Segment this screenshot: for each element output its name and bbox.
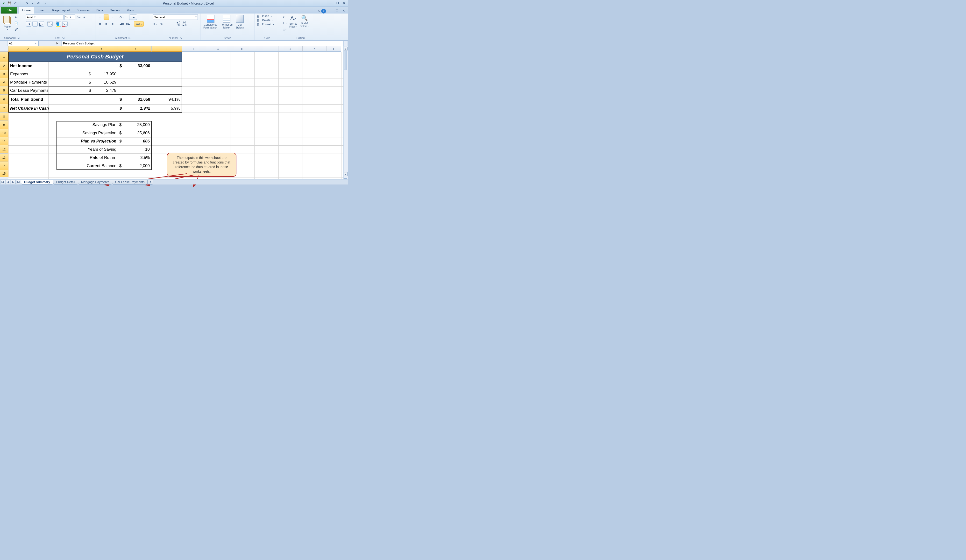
borders-button[interactable]: ▼ (47, 21, 53, 26)
cell-e2[interactable] (152, 62, 182, 70)
row-header-1[interactable]: 1 (0, 52, 8, 62)
cell-d4[interactable] (118, 78, 152, 87)
sheet-nav-next[interactable]: ▶ (11, 180, 16, 184)
clipboard-launcher[interactable]: ↘ (17, 37, 20, 39)
fill-button[interactable]: ⬇▼ (282, 21, 288, 26)
align-bottom-icon[interactable]: ≡ (110, 15, 115, 20)
conditional-formatting-button[interactable]: ConditionalFormatting▼ (202, 15, 219, 30)
label-plan-vs-projection[interactable]: Plan vs Projection (57, 137, 118, 145)
wb-close-button[interactable]: ✕ (341, 9, 346, 13)
paste-button[interactable]: Paste ▼ (2, 15, 13, 31)
fill-color-button[interactable]: 🪣▼ (56, 21, 61, 26)
undo-icon[interactable]: ↶ (13, 1, 18, 6)
fx-icon[interactable]: fx (54, 42, 61, 45)
col-header-E[interactable]: E (152, 46, 182, 52)
orientation-icon[interactable]: ⟳▼ (119, 15, 124, 20)
font-name-dropdown[interactable]: Arial▼ (26, 15, 64, 20)
col-header-C[interactable]: C (87, 46, 118, 52)
row-header-2[interactable]: 2 (0, 62, 8, 70)
worksheet-grid[interactable]: ABCDEFGHIJKL 123456789101112131415 Perso… (0, 46, 348, 184)
clear-button[interactable]: ◇▼ (282, 26, 288, 32)
label-net-change[interactable]: Net Change in Cash (8, 104, 87, 113)
expand-formula-bar[interactable]: ⌄ (343, 41, 348, 46)
scroll-down-button[interactable]: ▼ (344, 172, 348, 176)
minimize-ribbon-icon[interactable]: ᐱ (318, 10, 320, 13)
alignment-launcher[interactable]: ↘ (128, 37, 131, 39)
cell-c5[interactable]: $2,479 (87, 87, 118, 95)
delete-cells-button[interactable]: ▦Delete▼ (257, 19, 278, 22)
row-header-13[interactable]: 13 (0, 154, 8, 162)
row-header-7[interactable]: 7 (0, 104, 8, 113)
font-size-dropdown[interactable]: 14▼ (64, 15, 75, 20)
row-header-9[interactable]: 9 (0, 121, 8, 129)
cell-d3[interactable] (118, 70, 152, 78)
increase-indent-icon[interactable]: ≡▶ (125, 21, 131, 26)
redo-drop-icon[interactable]: ▼ (30, 1, 35, 6)
label-mortgage[interactable]: Mortgage Payments (8, 78, 87, 87)
cell-c3[interactable]: $17,950 (87, 70, 118, 78)
font-color-button[interactable]: A▼ (62, 21, 67, 26)
row-header-14[interactable]: 14 (0, 162, 8, 170)
wb-minimize-button[interactable]: — (327, 9, 333, 13)
scroll-up-button[interactable]: ▲ (344, 47, 348, 51)
sheet-tab-budget-detail[interactable]: Budget Detail (53, 180, 78, 184)
cell-d10[interactable]: $25,606 (118, 129, 151, 137)
row-header-6[interactable]: 6 (0, 95, 8, 104)
col-header-L[interactable]: L (327, 46, 341, 52)
align-center-icon[interactable]: ≡ (104, 21, 109, 26)
sheet-nav-last[interactable]: ▶I (16, 180, 21, 184)
label-savings-projection[interactable]: Savings Projection (57, 129, 118, 137)
restore-button[interactable]: ❐ (335, 2, 340, 5)
format-cells-button[interactable]: ▦Format▼ (257, 23, 278, 26)
insert-cells-button[interactable]: ▦Insert▼ (257, 15, 278, 18)
cell-e5[interactable] (152, 87, 182, 95)
find-select-button[interactable]: 🔍 Find &Select▼ (299, 15, 310, 28)
customize-qat-icon[interactable]: ▼ (43, 1, 49, 6)
font-launcher[interactable]: ↘ (62, 37, 64, 39)
italic-button[interactable]: I (32, 21, 38, 26)
select-all-corner[interactable] (0, 46, 8, 52)
tab-file[interactable]: File (1, 7, 17, 13)
col-header-A[interactable]: A (8, 46, 48, 52)
save-icon[interactable]: 💾 (7, 1, 12, 6)
decrease-decimal-button[interactable]: .00▶.0 (182, 21, 187, 26)
sheet-tab-car-lease-payments[interactable]: Car Lease Payments (112, 180, 148, 184)
cell-d5[interactable] (118, 87, 152, 95)
cell-d12[interactable]: 10 (118, 145, 151, 154)
insert-sheet-button[interactable]: ✦ (147, 180, 153, 184)
label-net-income[interactable]: Net Income (8, 62, 87, 70)
split-handle-v[interactable] (344, 178, 347, 179)
merge-center-button[interactable]: ⬌a▼ (134, 21, 144, 26)
cell-d7[interactable]: $1,942 (118, 104, 152, 113)
tab-page-layout[interactable]: Page Layout (49, 7, 73, 13)
vscroll-thumb[interactable] (344, 51, 347, 70)
cell-c6[interactable] (87, 95, 118, 104)
row-header-15[interactable]: 15 (0, 170, 8, 177)
close-button[interactable]: ✕ (342, 2, 347, 5)
minimize-button[interactable]: — (328, 2, 333, 5)
sort-filter-button[interactable]: AZ Sort &Filter▼ (288, 15, 298, 28)
cell-e7[interactable]: 5.9% (152, 104, 182, 113)
col-header-K[interactable]: K (302, 46, 327, 52)
row-header-3[interactable]: 3 (0, 70, 8, 78)
comma-format-button[interactable]: , (166, 21, 171, 26)
wrap-text-button[interactable]: ≡▸ (129, 15, 137, 20)
label-years-saving[interactable]: Years of Saving (57, 145, 118, 154)
cell-c2[interactable] (87, 62, 118, 70)
tab-home[interactable]: Home (19, 7, 34, 13)
cut-icon[interactable]: ✂ (13, 15, 19, 20)
sheet-nav-first[interactable]: I◀ (0, 180, 5, 184)
undo-drop-icon[interactable]: ▼ (18, 1, 24, 6)
col-header-H[interactable]: H (230, 46, 254, 52)
accounting-format-button[interactable]: $▼ (153, 21, 158, 26)
percent-format-button[interactable]: % (159, 21, 164, 26)
number-launcher[interactable]: ↘ (180, 37, 182, 39)
cell-d14[interactable]: $2,000 (118, 162, 151, 170)
tab-formulas[interactable]: Formulas (73, 7, 93, 13)
row-header-11[interactable]: 11 (0, 137, 8, 145)
sheet-nav-prev[interactable]: ◀ (5, 180, 10, 184)
decrease-indent-icon[interactable]: ◀≡ (119, 21, 124, 26)
col-header-B[interactable]: B (48, 46, 87, 52)
tab-review[interactable]: Review (107, 7, 124, 13)
shrink-font-icon[interactable]: A▼ (82, 15, 88, 20)
